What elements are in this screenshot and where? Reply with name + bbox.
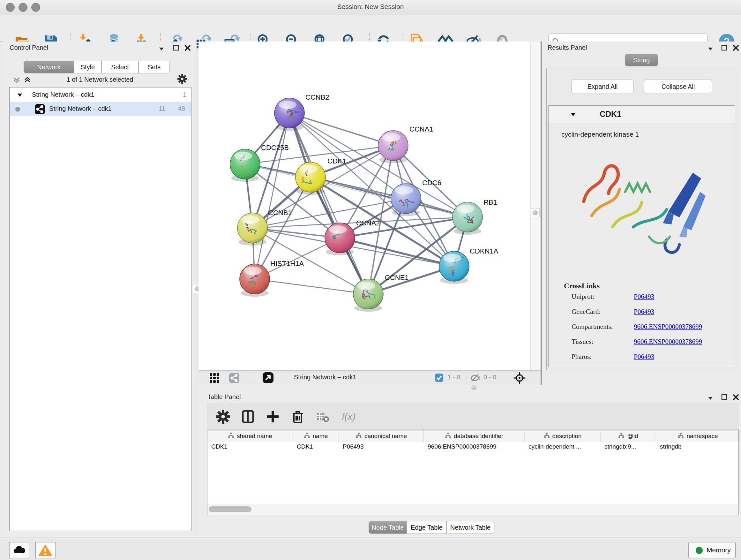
network-view-toolbar: String Network – cdk1 1 - 0 0 - 0 (199, 370, 541, 385)
memory-button[interactable]: Memory (688, 542, 736, 558)
share-view-icon[interactable] (229, 373, 240, 385)
crosshair-fit-icon[interactable] (514, 372, 525, 385)
grid-view-icon[interactable] (209, 373, 220, 385)
protein-result-card: CrossLinks Uniprot: P06493 GeneCard: P06… (548, 105, 735, 367)
table-cell[interactable]: CDK1 (207, 443, 293, 453)
close-panel-icon[interactable] (732, 44, 740, 52)
memory-label: Memory (706, 546, 731, 554)
tab-sets[interactable]: Sets (138, 61, 170, 73)
edge-CCNB2-HIST1H1A[interactable] (255, 113, 289, 279)
tab-network[interactable]: Network (23, 61, 74, 73)
node-CCNA2[interactable]: CCNA2 (325, 219, 380, 255)
float-panel-icon[interactable] (721, 44, 729, 52)
birdseye-navigator-icon[interactable] (262, 372, 274, 385)
expand-all-tree-icon[interactable] (23, 75, 32, 85)
column-header-shared-name[interactable]: shared name (207, 430, 293, 442)
crosslink-label: Pharos: (571, 353, 592, 361)
column-header-description[interactable]: description (525, 430, 601, 442)
table-cell[interactable]: CDK1 (293, 443, 339, 453)
crosslink-link[interactable]: P06493 (634, 353, 654, 361)
crosslinks-heading: CrossLinks (564, 282, 600, 290)
float-panel-icon[interactable] (721, 393, 729, 401)
float-panel-icon[interactable] (172, 44, 181, 52)
collapse-caret-icon[interactable] (569, 111, 577, 119)
node-RB1[interactable]: RB1 (453, 198, 497, 235)
crosslink-label: GeneCard: (571, 308, 601, 316)
node-label-CDC25B: CDC25B (261, 144, 289, 152)
panel-menu-icon[interactable] (706, 394, 715, 402)
close-panel-icon[interactable] (732, 393, 740, 401)
panel-menu-icon[interactable] (158, 45, 166, 53)
tab-network-table[interactable]: Network Table (447, 521, 494, 534)
results-panel-title: Results Panel (548, 44, 587, 51)
table-cell[interactable]: stringdb:9... (601, 443, 656, 453)
table-cell[interactable]: P06493 (339, 443, 424, 453)
application-window: Session: New Session (0, 0, 741, 560)
add-column-icon[interactable] (266, 410, 280, 425)
expand-all-button[interactable]: Expand All (571, 79, 634, 94)
table-cell[interactable]: cyclin-dependent ... (525, 443, 601, 453)
tab-select[interactable]: Select (102, 61, 138, 73)
crosslink-label: Tissues: (571, 338, 593, 346)
network-node-count: 11 (158, 105, 165, 112)
collapse-all-button[interactable]: Collapse All (644, 79, 712, 94)
collection-label: String Network – cdk1 (32, 91, 94, 98)
network-canvas[interactable]: CCNB2 CCNA1 CDC25B CDK1 CDC6 (199, 42, 530, 370)
delete-column-icon[interactable] (291, 410, 305, 425)
protein-card-header[interactable]: CDK1 (549, 106, 735, 123)
crosslink-link[interactable]: 9606.ENSP00000378699 (634, 338, 702, 346)
column-header-canonical-name[interactable]: canonical name (339, 430, 424, 442)
shared-column-icon (445, 432, 451, 440)
splitter-dot[interactable] (471, 385, 476, 390)
tab-edge-table[interactable]: Edge Table (407, 521, 447, 534)
node-table: shared name name canonical name database… (207, 430, 739, 515)
network-collection-row[interactable]: String Network – cdk1 1 (10, 88, 191, 102)
crosslink-link[interactable]: P06493 (634, 293, 654, 301)
column-header-database-identifier[interactable]: database identifier (424, 430, 525, 442)
shared-column-icon (304, 432, 310, 440)
tab-style[interactable]: Style (74, 61, 102, 73)
crosslink-label: Compartments: (571, 323, 613, 331)
split-columns-icon[interactable] (241, 410, 255, 425)
node-HIST1H1A[interactable]: HIST1H1A (240, 260, 304, 297)
function-builder-icon[interactable]: f(x) (340, 410, 360, 425)
crosslink-link[interactable]: P06493 (634, 308, 654, 316)
tab-string[interactable]: String (625, 54, 658, 66)
panel-menu-icon[interactable] (706, 45, 715, 53)
shared-column-icon (228, 432, 234, 440)
crosslink-link[interactable]: 9606.ENSP00000378699 (634, 323, 702, 331)
collapse-all-tree-icon[interactable] (12, 75, 21, 85)
shared-column-icon (618, 432, 624, 440)
table-cell[interactable]: 9606.ENSP00000378699 (424, 443, 525, 453)
node-label-CCNB2: CCNB2 (306, 93, 329, 101)
node-CDK1[interactable]: CDK1 (295, 157, 346, 195)
column-header-name[interactable]: name (293, 430, 339, 442)
clear-table-icon[interactable] (316, 410, 330, 425)
warning-button[interactable] (35, 542, 56, 558)
node-CDKN1A[interactable]: CDKN1A (439, 247, 498, 284)
cloud-button[interactable] (9, 542, 29, 558)
table-settings-gear-icon[interactable] (216, 410, 230, 425)
table-panel-title: Table Panel (207, 393, 241, 401)
svg-text:f(x): f(x) (342, 411, 355, 422)
scrollbar-thumb[interactable] (209, 506, 252, 512)
network-options-gear-icon[interactable] (178, 74, 187, 85)
title-bar: Session: New Session (0, 0, 741, 14)
node-label-HIST1H1A: HIST1H1A (270, 260, 304, 267)
close-panel-icon[interactable] (184, 44, 192, 52)
results-splitter-handle[interactable] (531, 208, 540, 217)
collapse-caret-icon[interactable] (17, 92, 23, 100)
tab-node-table[interactable]: Node Table (368, 521, 407, 534)
node-label-CDK1: CDK1 (327, 157, 346, 165)
hidden-eye-icon[interactable] (470, 373, 481, 383)
edge-CCNB2-CCNA1[interactable] (289, 113, 393, 145)
table-cell[interactable]: stringdb (656, 443, 740, 453)
table-toolbar: f(x) (207, 403, 739, 430)
selected-checkbox-icon[interactable] (434, 373, 444, 383)
network-row[interactable]: String Network – cdk1 11 48 (10, 102, 191, 116)
edge-CCNE1-HIST1H1A[interactable] (255, 279, 368, 294)
node-label-CCNA1: CCNA1 (409, 125, 433, 133)
shared-column-icon (677, 432, 684, 440)
column-header--id[interactable]: @id (601, 430, 656, 442)
column-header-namespace[interactable]: namespace (656, 430, 740, 442)
